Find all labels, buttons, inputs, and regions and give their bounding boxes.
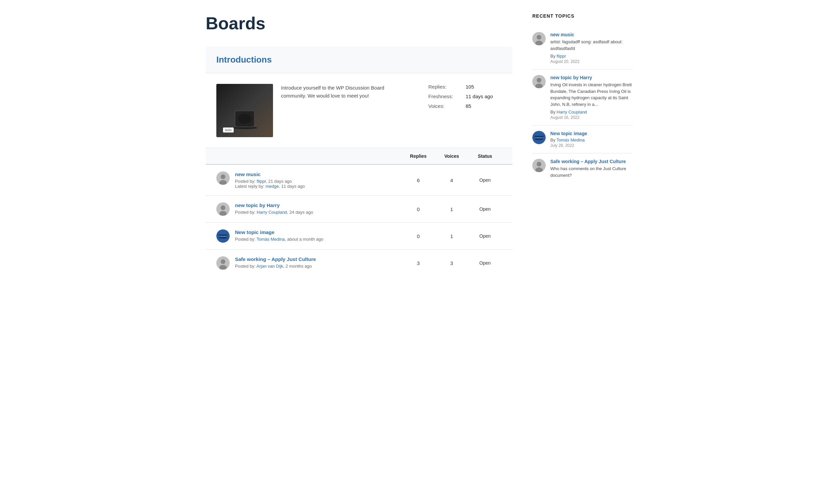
col-replies: Replies [402,154,435,159]
recent-topic-excerpt: Who has comments on the Just Culture doc… [550,165,632,178]
topic-meta: Posted by: Tomás Medina, about a month a… [235,237,323,242]
stat-voices: Voices: 85 [428,103,502,109]
table-row: Safe working – Apply Just Culture Posted… [206,250,512,276]
stat-freshness: Freshness: 11 days ago [428,93,502,99]
topic-title[interactable]: new topic by Harry [235,202,280,208]
col-status: Status [468,154,502,159]
topic-voices: 3 [435,260,468,266]
recent-topic-item: new music artist: fagsdadff song: asdfas… [532,26,632,70]
table-row: New topic image Posted by: Tomás Medina,… [206,223,512,250]
recent-topic-content: new topic by Harry Irving Oil invests in… [550,75,632,120]
svg-rect-12 [218,233,228,234]
board-section: Introductions hello Introduce yourself t… [206,47,512,276]
topic-replies: 3 [402,260,435,266]
sidebar-title: RECENT TOPICS [532,13,632,19]
svg-point-1 [221,175,225,179]
topic-title[interactable]: Safe working – Apply Just Culture [235,256,316,262]
recent-topic-date: July 28, 2022 [550,143,587,148]
topic-replies: 6 [402,177,435,183]
table-row: new topic by Harry Posted by: Harry Coup… [206,196,512,223]
svg-point-20 [537,78,541,83]
topic-info: Safe working – Apply Just Culture Posted… [235,256,316,269]
freshness-value: 11 days ago [466,93,493,99]
board-description-text: Introduce yourself to the WP Discussion … [281,84,408,100]
page-title: Boards [206,13,512,33]
voices-label: Voices: [428,103,462,109]
recent-topic-by: By Harry Coupland [550,109,632,114]
topic-replies: 0 [402,233,435,239]
table-row: new music Posted by: flippr, 21 days ago… [206,165,512,196]
topic-left: new topic by Harry Posted by: Harry Coup… [216,202,402,216]
topic-voices: 4 [435,177,468,183]
topic-meta: Posted by: Arjan van Dijk, 2 months ago [235,264,316,269]
col-voices: Voices [435,154,468,159]
topic-meta: Posted by: flippr, 21 days agoLatest rep… [235,179,305,189]
board-image: hello [216,84,273,137]
topic-voices: 1 [435,233,468,239]
recent-topic-item: New topic image By Tomás Medina July 28,… [532,126,632,154]
topic-meta: Posted by: Harry Coupland, 24 days ago [235,210,313,215]
replies-value: 105 [466,84,474,90]
recent-topic-item: new topic by Harry Irving Oil invests in… [532,70,632,126]
avatar [216,229,230,243]
recent-topic-title[interactable]: new music [550,32,632,37]
topic-replies: 0 [402,206,435,212]
recent-topic-date: August 20, 2022 [550,59,632,64]
stat-replies: Replies: 105 [428,84,502,90]
svg-point-4 [221,205,225,210]
topic-left: new music Posted by: flippr, 21 days ago… [216,172,402,189]
board-header: Introductions [206,47,512,73]
recent-topic-title[interactable]: new topic by Harry [550,75,632,80]
sidebar-avatar [532,32,546,45]
topic-status: Open [468,206,502,212]
svg-point-30 [537,162,541,166]
sidebar: RECENT TOPICS new music artist: fagsdadf… [532,13,632,276]
recent-topic-content: Safe working – Apply Just Culture Who ha… [550,159,632,180]
recent-topic-title[interactable]: New topic image [550,131,587,136]
recent-topic-excerpt: Irving Oil invests in cleaner hydrogen B… [550,82,632,108]
avatar [216,202,230,216]
recent-topic-title[interactable]: Safe working – Apply Just Culture [550,159,632,164]
recent-topic-by: By flippr [550,54,632,59]
sidebar-avatar [532,131,546,144]
svg-point-17 [537,35,541,40]
avatar [216,172,230,185]
board-stats: Replies: 105 Freshness: 11 days ago Voic… [428,84,502,137]
recent-topic-content: new music artist: fagsdadff song: asdfas… [550,32,632,64]
topic-info: new topic by Harry Posted by: Harry Coup… [235,202,313,215]
topic-left: New topic image Posted by: Tomás Medina,… [216,229,402,243]
avatar [216,256,230,270]
svg-point-14 [221,259,225,264]
board-desc-text: Introduce yourself to the WP Discussion … [281,84,420,137]
recent-topic-date: August 16, 2022 [550,115,632,120]
board-title: Introductions [216,55,502,65]
topic-voices: 1 [435,206,468,212]
sidebar-avatar [532,75,546,88]
topics-list: new music Posted by: flippr, 21 days ago… [206,165,512,276]
topic-status: Open [468,177,502,183]
recent-topic-item: Safe working – Apply Just Culture Who ha… [532,154,632,186]
voices-value: 85 [466,103,471,109]
svg-rect-28 [534,134,544,136]
freshness-label: Freshness: [428,93,462,99]
recent-topics-list: new music artist: fagsdadff song: asdfas… [532,26,632,186]
board-description: hello Introduce yourself to the WP Discu… [206,73,512,148]
topic-status: Open [468,233,502,239]
recent-topic-by: By Tomás Medina [550,138,587,143]
main-content: Boards Introductions hello Introduce you… [206,13,512,276]
topic-status: Open [468,260,502,266]
topic-info: New topic image Posted by: Tomás Medina,… [235,229,323,242]
col-topic [216,154,402,159]
topic-left: Safe working – Apply Just Culture Posted… [216,256,402,270]
topic-title[interactable]: New topic image [235,229,274,235]
recent-topic-content: New topic image By Tomás Medina July 28,… [550,131,587,148]
topics-table-header: Replies Voices Status [206,148,512,165]
replies-label: Replies: [428,84,462,90]
topic-title[interactable]: new music [235,172,261,177]
topic-info: new music Posted by: flippr, 21 days ago… [235,172,305,189]
recent-topic-excerpt: artist: fagsdadff song: asdfasdf about: … [550,39,632,52]
sidebar-avatar [532,159,546,172]
